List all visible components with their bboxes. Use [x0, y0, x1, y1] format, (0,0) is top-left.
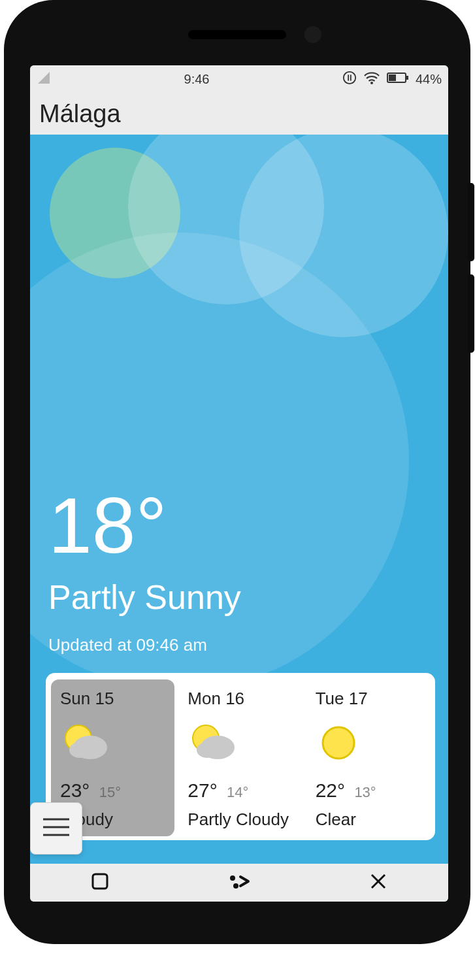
forecast-day[interactable]: Tue 17 22° 13° Clear: [306, 679, 430, 836]
forecast-hi: 23°: [60, 779, 90, 801]
forecast-day-label: Sun 15: [60, 689, 114, 709]
svg-rect-6: [406, 76, 408, 80]
svg-rect-18: [93, 874, 107, 889]
svg-rect-3: [350, 74, 352, 80]
menu-button[interactable]: [30, 802, 82, 855]
current-condition: Partly Sunny: [48, 578, 241, 617]
svg-point-20: [233, 883, 238, 889]
forecast-hi: 22°: [316, 779, 345, 801]
phone-side-button: [468, 183, 474, 261]
nav-close-button[interactable]: [339, 864, 418, 902]
forecast-day-label: Mon 16: [188, 689, 244, 709]
system-nav-bar: [30, 864, 448, 902]
partly-cloudy-icon: [188, 718, 240, 768]
forecast-temps: 23° 15°: [60, 779, 121, 802]
nav-recent-button[interactable]: [61, 864, 139, 902]
forecast-day-label: Tue 17: [316, 689, 368, 709]
updated-time: Updated at 09:46 am: [48, 635, 241, 655]
screen: 9:46 44% Málaga: [30, 65, 448, 902]
location-title-bar[interactable]: Málaga: [30, 93, 448, 135]
current-weather-panel: 18° Partly Sunny Updated at 09:46 am Dai…: [30, 135, 448, 736]
svg-point-13: [197, 742, 218, 758]
location-title: Málaga: [39, 100, 121, 128]
forecast-temps: 22° 13°: [316, 779, 376, 802]
svg-marker-0: [38, 72, 50, 84]
close-icon: [369, 872, 387, 893]
current-temperature: 18°: [48, 486, 241, 564]
forecast-lo: 13°: [354, 784, 376, 800]
forecast-hi: 27°: [188, 779, 217, 801]
svg-rect-7: [389, 74, 396, 81]
phone-front-camera: [304, 26, 321, 43]
status-time: 9:46: [51, 72, 342, 87]
svg-point-14: [323, 727, 354, 759]
daily-forecast-card: Sun 15 23° 15° Cloudy: [46, 673, 435, 840]
forecast-temps: 27° 14°: [188, 779, 248, 802]
forecast-day[interactable]: Mon 16 27° 14° Partly Cloudy: [178, 679, 302, 836]
battery-percent: 44%: [416, 72, 442, 87]
square-icon: [90, 872, 110, 894]
status-bar: 9:46 44%: [30, 65, 448, 93]
phone-side-button: [468, 274, 474, 353]
forecast-condition: Clear: [316, 809, 356, 830]
forecast-condition: Partly Cloudy: [188, 809, 289, 830]
sunny-icon: [316, 718, 361, 768]
svg-point-4: [370, 82, 373, 84]
pause-icon: [342, 71, 357, 88]
battery-icon: [387, 72, 409, 87]
svg-point-1: [344, 71, 355, 83]
svg-rect-2: [348, 74, 349, 80]
svg-point-19: [230, 875, 235, 881]
forecast-lo: 15°: [99, 784, 121, 800]
svg-point-10: [69, 742, 90, 758]
forecast-lo: 14°: [227, 784, 248, 800]
phone-speaker: [188, 30, 286, 39]
hamburger-icon: [42, 817, 71, 840]
home-dots-icon: [226, 872, 252, 894]
partly-cloudy-icon: [60, 718, 112, 768]
nav-home-button[interactable]: [200, 864, 278, 902]
cellular-signal-icon: [37, 71, 51, 88]
phone-frame: 9:46 44% Málaga: [4, 0, 470, 944]
wifi-icon: [363, 71, 380, 88]
